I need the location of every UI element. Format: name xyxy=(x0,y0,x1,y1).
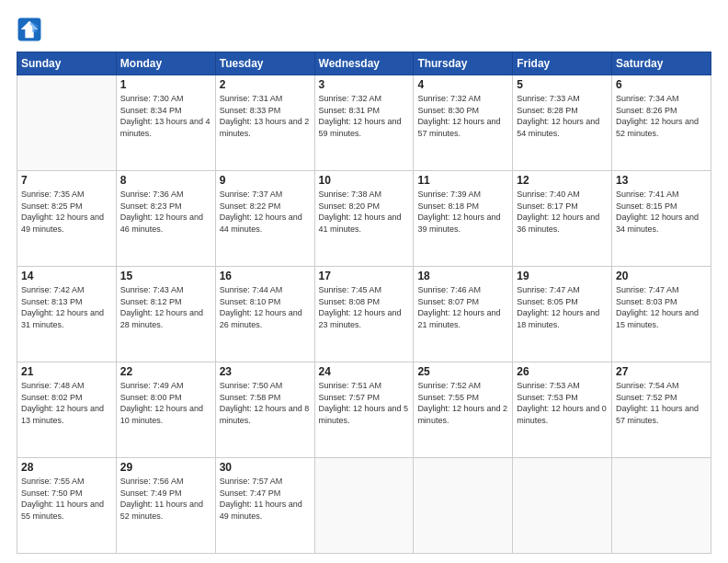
day-cell: 29Sunrise: 7:56 AMSunset: 7:49 PMDayligh… xyxy=(116,458,215,554)
day-cell: 21Sunrise: 7:48 AMSunset: 8:02 PMDayligh… xyxy=(17,362,117,458)
week-row-5: 28Sunrise: 7:55 AMSunset: 7:50 PMDayligh… xyxy=(17,458,711,554)
day-number: 16 xyxy=(220,270,311,282)
day-cell: 23Sunrise: 7:50 AMSunset: 7:58 PMDayligh… xyxy=(215,362,314,458)
day-cell: 6Sunrise: 7:34 AMSunset: 8:26 PMDaylight… xyxy=(612,75,711,171)
day-info: Sunrise: 7:48 AMSunset: 8:02 PMDaylight:… xyxy=(21,380,112,426)
day-cell: 10Sunrise: 7:38 AMSunset: 8:20 PMDayligh… xyxy=(314,171,414,267)
day-number: 6 xyxy=(616,78,707,91)
day-info: Sunrise: 7:32 AMSunset: 8:30 PMDaylight:… xyxy=(417,93,508,139)
day-info: Sunrise: 7:38 AMSunset: 8:20 PMDaylight:… xyxy=(319,189,410,235)
weekday-header-row: SundayMondayTuesdayWednesdayThursdayFrid… xyxy=(17,52,711,75)
weekday-thursday: Thursday xyxy=(414,52,513,75)
day-number: 10 xyxy=(319,174,410,187)
day-info: Sunrise: 7:50 AMSunset: 7:58 PMDaylight:… xyxy=(220,380,311,426)
weekday-saturday: Saturday xyxy=(612,52,711,75)
logo xyxy=(17,17,46,42)
day-cell: 30Sunrise: 7:57 AMSunset: 7:47 PMDayligh… xyxy=(215,458,314,554)
day-cell xyxy=(17,75,117,171)
day-number: 2 xyxy=(220,78,311,91)
day-cell: 11Sunrise: 7:39 AMSunset: 8:18 PMDayligh… xyxy=(414,171,513,267)
day-number: 5 xyxy=(517,78,608,91)
day-info: Sunrise: 7:55 AMSunset: 7:50 PMDaylight:… xyxy=(21,476,112,522)
weekday-wednesday: Wednesday xyxy=(314,52,414,75)
day-info: Sunrise: 7:43 AMSunset: 8:12 PMDaylight:… xyxy=(120,284,211,330)
day-number: 9 xyxy=(220,174,311,187)
day-cell: 22Sunrise: 7:49 AMSunset: 8:00 PMDayligh… xyxy=(116,362,215,458)
day-cell: 7Sunrise: 7:35 AMSunset: 8:25 PMDaylight… xyxy=(17,171,117,267)
day-info: Sunrise: 7:41 AMSunset: 8:15 PMDaylight:… xyxy=(616,189,707,235)
day-cell: 9Sunrise: 7:37 AMSunset: 8:22 PMDaylight… xyxy=(215,171,314,267)
day-info: Sunrise: 7:35 AMSunset: 8:25 PMDaylight:… xyxy=(21,189,112,235)
day-number: 18 xyxy=(417,270,508,282)
day-info: Sunrise: 7:37 AMSunset: 8:22 PMDaylight:… xyxy=(220,189,311,235)
day-info: Sunrise: 7:36 AMSunset: 8:23 PMDaylight:… xyxy=(120,189,211,235)
day-number: 14 xyxy=(21,270,112,282)
day-cell: 14Sunrise: 7:42 AMSunset: 8:13 PMDayligh… xyxy=(17,267,117,362)
day-cell xyxy=(414,458,513,554)
day-info: Sunrise: 7:44 AMSunset: 8:10 PMDaylight:… xyxy=(220,284,311,330)
day-number: 19 xyxy=(517,270,608,282)
day-cell: 27Sunrise: 7:54 AMSunset: 7:52 PMDayligh… xyxy=(612,362,711,458)
day-cell xyxy=(513,458,612,554)
day-info: Sunrise: 7:30 AMSunset: 8:34 PMDaylight:… xyxy=(120,93,211,139)
day-cell: 26Sunrise: 7:53 AMSunset: 7:53 PMDayligh… xyxy=(513,362,612,458)
day-number: 13 xyxy=(616,174,707,187)
day-number: 12 xyxy=(517,174,608,187)
day-info: Sunrise: 7:49 AMSunset: 8:00 PMDaylight:… xyxy=(120,380,211,426)
day-number: 28 xyxy=(21,461,112,474)
day-cell: 8Sunrise: 7:36 AMSunset: 8:23 PMDaylight… xyxy=(116,171,215,267)
day-info: Sunrise: 7:47 AMSunset: 8:05 PMDaylight:… xyxy=(517,284,608,330)
day-number: 29 xyxy=(120,461,211,474)
day-number: 30 xyxy=(220,461,311,474)
day-cell: 25Sunrise: 7:52 AMSunset: 7:55 PMDayligh… xyxy=(414,362,513,458)
day-info: Sunrise: 7:45 AMSunset: 8:08 PMDaylight:… xyxy=(319,284,410,330)
day-cell: 28Sunrise: 7:55 AMSunset: 7:50 PMDayligh… xyxy=(17,458,117,554)
day-cell: 18Sunrise: 7:46 AMSunset: 8:07 PMDayligh… xyxy=(414,267,513,362)
day-cell: 15Sunrise: 7:43 AMSunset: 8:12 PMDayligh… xyxy=(116,267,215,362)
day-info: Sunrise: 7:47 AMSunset: 8:03 PMDaylight:… xyxy=(616,284,707,330)
day-info: Sunrise: 7:42 AMSunset: 8:13 PMDaylight:… xyxy=(21,284,112,330)
day-number: 23 xyxy=(220,365,311,378)
weekday-monday: Monday xyxy=(116,52,215,75)
day-info: Sunrise: 7:31 AMSunset: 8:33 PMDaylight:… xyxy=(220,93,311,139)
day-number: 20 xyxy=(616,270,707,282)
day-info: Sunrise: 7:34 AMSunset: 8:26 PMDaylight:… xyxy=(616,93,707,139)
day-number: 26 xyxy=(517,365,608,378)
day-info: Sunrise: 7:52 AMSunset: 7:55 PMDaylight:… xyxy=(417,380,508,426)
day-number: 1 xyxy=(120,78,211,91)
weekday-friday: Friday xyxy=(513,52,612,75)
day-number: 24 xyxy=(319,365,410,378)
day-info: Sunrise: 7:56 AMSunset: 7:49 PMDaylight:… xyxy=(120,476,211,522)
weekday-tuesday: Tuesday xyxy=(215,52,314,75)
day-cell: 2Sunrise: 7:31 AMSunset: 8:33 PMDaylight… xyxy=(215,75,314,171)
day-cell: 19Sunrise: 7:47 AMSunset: 8:05 PMDayligh… xyxy=(513,267,612,362)
day-cell: 20Sunrise: 7:47 AMSunset: 8:03 PMDayligh… xyxy=(612,267,711,362)
day-info: Sunrise: 7:57 AMSunset: 7:47 PMDaylight:… xyxy=(220,476,311,522)
day-number: 8 xyxy=(120,174,211,187)
day-info: Sunrise: 7:39 AMSunset: 8:18 PMDaylight:… xyxy=(417,189,508,235)
day-number: 3 xyxy=(319,78,410,91)
day-info: Sunrise: 7:51 AMSunset: 7:57 PMDaylight:… xyxy=(319,380,410,426)
day-number: 27 xyxy=(616,365,707,378)
day-info: Sunrise: 7:54 AMSunset: 7:52 PMDaylight:… xyxy=(616,380,707,426)
week-row-1: 1Sunrise: 7:30 AMSunset: 8:34 PMDaylight… xyxy=(17,75,711,171)
day-number: 4 xyxy=(417,78,508,91)
calendar-page: SundayMondayTuesdayWednesdayThursdayFrid… xyxy=(0,0,728,563)
day-cell: 24Sunrise: 7:51 AMSunset: 7:57 PMDayligh… xyxy=(314,362,414,458)
day-number: 25 xyxy=(417,365,508,378)
day-number: 11 xyxy=(417,174,508,187)
day-info: Sunrise: 7:33 AMSunset: 8:28 PMDaylight:… xyxy=(517,93,608,139)
day-info: Sunrise: 7:32 AMSunset: 8:31 PMDaylight:… xyxy=(319,93,410,139)
week-row-4: 21Sunrise: 7:48 AMSunset: 8:02 PMDayligh… xyxy=(17,362,711,458)
header xyxy=(17,17,711,42)
day-cell: 1Sunrise: 7:30 AMSunset: 8:34 PMDaylight… xyxy=(116,75,215,171)
week-row-2: 7Sunrise: 7:35 AMSunset: 8:25 PMDaylight… xyxy=(17,171,711,267)
day-cell: 17Sunrise: 7:45 AMSunset: 8:08 PMDayligh… xyxy=(314,267,414,362)
day-number: 15 xyxy=(120,270,211,282)
day-cell: 4Sunrise: 7:32 AMSunset: 8:30 PMDaylight… xyxy=(414,75,513,171)
week-row-3: 14Sunrise: 7:42 AMSunset: 8:13 PMDayligh… xyxy=(17,267,711,362)
day-number: 22 xyxy=(120,365,211,378)
day-cell: 3Sunrise: 7:32 AMSunset: 8:31 PMDaylight… xyxy=(314,75,414,171)
day-number: 21 xyxy=(21,365,112,378)
day-info: Sunrise: 7:46 AMSunset: 8:07 PMDaylight:… xyxy=(417,284,508,330)
